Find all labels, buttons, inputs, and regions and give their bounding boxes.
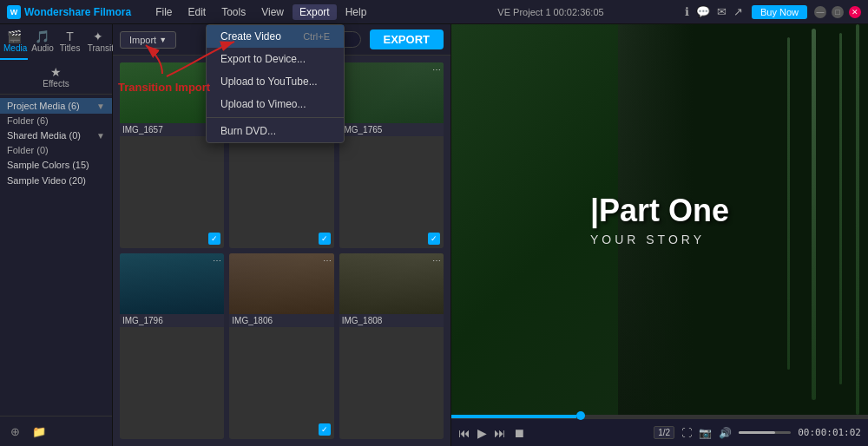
effects-icon: ★ <box>3 65 108 79</box>
volume-slider[interactable] <box>739 431 791 434</box>
media-thumb-1796[interactable]: ⋯ IMG_1796 <box>120 253 224 439</box>
thumb-options-1808[interactable]: ⋯ <box>432 256 441 266</box>
transition-icon: ✦ <box>88 30 108 43</box>
import-button[interactable]: Import ▼ <box>120 31 176 49</box>
thumb-label-1796: IMG_1796 <box>120 314 224 327</box>
thumb-img-1808 <box>339 253 444 314</box>
mail-icon[interactable]: ✉ <box>717 5 727 18</box>
import-icon[interactable]: ⊕ <box>5 422 24 441</box>
burn-dvd-label: Burn DVD... <box>220 125 276 137</box>
media-thumb-1765[interactable]: ✓ ⋯ IMG_1765 <box>339 62 444 248</box>
info-icon[interactable]: ℹ <box>685 5 689 18</box>
sidebar-bottom-icons: ⊕ 📁 <box>0 416 112 446</box>
menu-help[interactable]: Help <box>339 4 374 20</box>
folder-icon[interactable]: 📁 <box>30 422 49 441</box>
thumb-check-1765: ✓ <box>428 233 440 245</box>
thumb-label-1765: IMG_1765 <box>339 123 444 136</box>
menu-file[interactable]: File <box>148 4 179 20</box>
export-button[interactable]: EXPORT <box>370 30 444 49</box>
export-dropdown: Create Video Ctrl+E Export to Device... … <box>206 24 345 143</box>
menu-bar: File Edit Tools View Export Help <box>148 4 417 20</box>
chevron-down-icon2: ▼ <box>96 131 105 141</box>
project-media-label: Project Media (6) <box>7 101 80 111</box>
audio-icon: 🎵 <box>31 30 52 43</box>
media-thumb-1806[interactable]: ✓ ⋯ IMG_1806 <box>229 253 333 439</box>
thumb-check-1660: ✓ <box>319 233 331 245</box>
tree-sample-video[interactable]: Sample Video (20) <box>0 173 112 188</box>
export-to-device[interactable]: Export to Device... <box>207 48 344 70</box>
export-device-label: Export to Device... <box>220 53 306 65</box>
import-arrow-icon: ▼ <box>159 36 167 44</box>
thumb-label-1806: IMG_1806 <box>229 314 333 327</box>
tree-shared-media[interactable]: Shared Media (0) ▼ <box>0 128 112 143</box>
maximize-button[interactable]: □ <box>832 6 844 18</box>
thumb-check-1806: ✓ <box>319 423 331 436</box>
play-button[interactable]: ▶ <box>477 426 487 440</box>
buy-now-button[interactable]: Buy Now <box>752 5 807 19</box>
titles-icon: T <box>60 30 81 43</box>
tab-audio-label: Audio <box>31 43 54 53</box>
prev-frame-button[interactable]: ⏮ <box>458 426 470 440</box>
upload-youtube-label: Upload to YouTube... <box>220 75 318 88</box>
tab-effects[interactable]: ★ Effects <box>0 60 112 94</box>
logo-icon: W <box>7 5 21 19</box>
preview-subtitle: YOUR STORY <box>590 233 729 246</box>
menu-tools[interactable]: Tools <box>214 4 253 20</box>
thumb-label-1808: IMG_1808 <box>339 314 444 327</box>
volume-icon[interactable]: 🔊 <box>719 427 732 439</box>
tree-folder-shared[interactable]: Folder (0) <box>0 143 112 157</box>
tab-effects-label: Effects <box>43 79 69 89</box>
share-icon[interactable]: ↗ <box>733 5 743 18</box>
create-video-label: Create Video <box>220 30 281 43</box>
chat-icon[interactable]: 💬 <box>696 5 710 18</box>
minimize-button[interactable]: — <box>814 6 826 18</box>
menu-export[interactable]: Export <box>293 4 337 20</box>
upload-vimeo[interactable]: Upload to Vimeo... <box>207 93 344 115</box>
tab-media[interactable]: 🎬 Media <box>0 24 28 60</box>
media-thumb-1808[interactable]: ⋯ IMG_1808 <box>339 253 444 439</box>
next-frame-button[interactable]: ⏭ <box>494 426 506 440</box>
project-title: VE Project 1 00:02:36:05 <box>417 7 685 17</box>
progress-handle[interactable] <box>576 411 585 420</box>
thumb-options-1765[interactable]: ⋯ <box>432 65 441 75</box>
tab-transition[interactable]: ✦ Transition <box>84 24 112 60</box>
media-tree: Project Media (6) ▼ Folder (6) Shared Me… <box>0 95 112 192</box>
fullscreen-icon[interactable]: ⛶ <box>681 427 692 439</box>
import-label: Import <box>129 35 156 45</box>
preview-progress-bar[interactable] <box>451 415 868 418</box>
header-icons: ℹ 💬 ✉ ↗ <box>685 5 743 18</box>
menu-view[interactable]: View <box>254 4 291 20</box>
tab-audio[interactable]: 🎵 Audio <box>28 24 56 60</box>
progress-fill <box>451 415 576 418</box>
menu-edit[interactable]: Edit <box>181 4 213 20</box>
camera-icon[interactable]: 📷 <box>699 427 712 439</box>
sample-colors-label: Sample Colors (15) <box>7 160 89 170</box>
burn-dvd[interactable]: Burn DVD... <box>207 120 344 142</box>
tab-titles[interactable]: T Titles <box>56 24 84 60</box>
app-logo: W Wondershare Filmora <box>7 5 131 19</box>
stop-button[interactable]: ⏹ <box>513 426 525 440</box>
preview-title: |Part One <box>590 193 729 229</box>
upload-youtube[interactable]: Upload to YouTube... <box>207 70 344 93</box>
tree-project-media[interactable]: Project Media (6) ▼ <box>0 98 112 114</box>
preview-panel: |Part One YOUR STORY ⏮ ▶ ⏭ ⏹ 1/2 ⛶ 📷 🔊 0… <box>451 24 868 446</box>
thumb-options-1806[interactable]: ⋯ <box>323 256 332 266</box>
time-display: 00:00:01:02 <box>798 427 861 438</box>
dropdown-separator <box>207 117 344 118</box>
preview-controls: ⏮ ▶ ⏭ ⏹ 1/2 ⛶ 📷 🔊 00:00:01:02 <box>451 418 868 446</box>
thumb-options-1796[interactable]: ⋯ <box>213 256 221 266</box>
thumb-check-1657: ✓ <box>208 233 220 245</box>
shared-media-label: Shared Media (0) <box>7 130 81 141</box>
app-name: Wondershare Filmora <box>24 6 131 18</box>
thumb-img-1765 <box>339 62 444 123</box>
speed-selector[interactable]: 1/2 <box>654 426 674 439</box>
main-area: 🎬 Media 🎵 Audio T Titles ✦ Transition ★ … <box>0 24 868 446</box>
tree-folder-project[interactable]: Folder (6) <box>0 114 112 128</box>
tab-titles-label: Titles <box>60 43 81 53</box>
tree-sample-colors[interactable]: Sample Colors (15) <box>0 157 112 173</box>
close-button[interactable]: ✕ <box>849 6 861 18</box>
preview-area: |Part One YOUR STORY <box>451 24 868 415</box>
preview-text-overlay: |Part One YOUR STORY <box>573 175 746 264</box>
tab-media-label: Media <box>3 43 27 53</box>
export-create-video[interactable]: Create Video Ctrl+E <box>207 25 344 48</box>
